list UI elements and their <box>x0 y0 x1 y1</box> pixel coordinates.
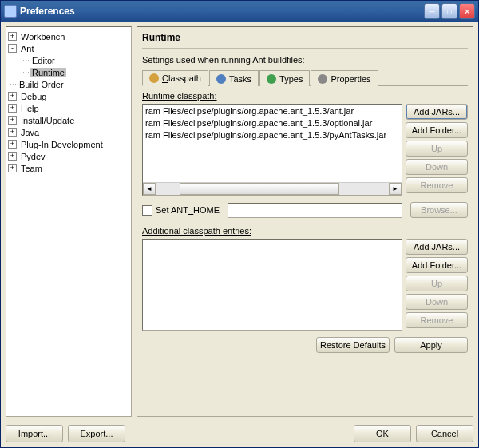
set-ant-home-checkbox[interactable] <box>142 205 152 216</box>
expand-icon[interactable]: + <box>8 128 17 137</box>
tab-label: Tasks <box>229 74 251 84</box>
tree-label: Install/Update <box>19 116 76 125</box>
titlebar[interactable]: Preferences ─ □ ✕ <box>1 1 478 22</box>
restore-defaults-button[interactable]: Restore Defaults <box>316 337 390 353</box>
tree-item-build-order[interactable]: ⋯Build Order <box>8 78 129 90</box>
app-icon <box>4 5 17 18</box>
expand-icon[interactable]: + <box>8 152 17 161</box>
tree-label: Help <box>19 104 41 113</box>
tree-item-help[interactable]: +Help <box>8 102 129 114</box>
tree-item-debug[interactable]: +Debug <box>8 90 129 102</box>
down-button-2[interactable]: Down <box>406 294 468 310</box>
tree-label: Workbench <box>19 32 66 42</box>
preferences-page: Runtime Settings used when running Ant b… <box>137 26 473 417</box>
expand-icon[interactable]: + <box>8 140 17 149</box>
scroll-right-button[interactable]: ► <box>389 183 402 195</box>
runtime-classpath-label: Runtime classpath: <box>142 91 468 101</box>
page-subtitle: Settings used when running Ant buildfile… <box>142 55 468 65</box>
cancel-button[interactable]: Cancel <box>416 425 473 442</box>
tree-label: Plug-In Development <box>19 140 105 149</box>
classpath-entry[interactable]: ram Files/eclipse/plugins/org.apache.ant… <box>144 129 401 141</box>
tab-types[interactable]: Types <box>259 70 310 86</box>
expand-icon[interactable]: + <box>8 164 17 172</box>
tab-tasks[interactable]: Tasks <box>209 70 259 86</box>
tree-label: Debug <box>19 92 48 101</box>
close-button[interactable]: ✕ <box>459 3 475 19</box>
scroll-left-button[interactable]: ◄ <box>143 183 156 195</box>
horizontal-scrollbar[interactable]: ◄ ► <box>143 182 402 195</box>
tree-branch-icon: ⋯ <box>8 81 18 89</box>
tree-item-pydev[interactable]: +Pydev <box>8 150 129 162</box>
tab-label: Types <box>279 74 303 84</box>
tree-label: Pydev <box>19 152 47 161</box>
tree-label: Editor <box>30 56 57 65</box>
export-button[interactable]: Export... <box>68 425 125 442</box>
additional-classpath-label: Additional classpath entries: <box>142 226 468 236</box>
scroll-thumb[interactable] <box>180 183 339 195</box>
tree-item-workbench[interactable]: +Workbench <box>8 30 129 42</box>
tree-item-team[interactable]: +Team <box>8 162 129 174</box>
classpath-entry[interactable]: ram Files/eclipse/plugins/org.apache.ant… <box>144 117 401 129</box>
tab-label: Properties <box>331 74 370 84</box>
tree-item-runtime[interactable]: ⋯Runtime <box>8 66 129 78</box>
types-icon <box>267 74 276 84</box>
apply-button[interactable]: Apply <box>394 337 468 353</box>
tasks-icon <box>216 74 226 84</box>
tree-label: Build Order <box>18 80 65 89</box>
import-button[interactable]: Import... <box>6 425 63 442</box>
additional-classpath-list[interactable] <box>142 239 402 331</box>
ant-home-input[interactable] <box>228 203 402 218</box>
remove-button[interactable]: Remove <box>406 177 468 193</box>
maximize-button[interactable]: □ <box>441 3 457 19</box>
tree-label: Team <box>19 164 44 173</box>
tree-item-ant[interactable]: -Ant <box>8 42 129 54</box>
expand-icon[interactable]: + <box>8 32 17 41</box>
tree-branch-icon: ⋯ <box>21 57 30 65</box>
tree-label: Runtime <box>30 68 66 77</box>
minimize-button[interactable]: ─ <box>424 3 440 19</box>
down-button[interactable]: Down <box>406 159 468 175</box>
add-folder-button-2[interactable]: Add Folder... <box>406 257 468 273</box>
set-ant-home-label: Set ANT_HOME <box>156 205 220 215</box>
add-jars-button-2[interactable]: Add JARs... <box>406 239 468 255</box>
tree-item-editor[interactable]: ⋯Editor <box>8 54 129 66</box>
classpath-entry[interactable]: ram Files/eclipse/plugins/org.apache.ant… <box>144 105 401 117</box>
remove-button-2[interactable]: Remove <box>406 312 468 328</box>
window-title: Preferences <box>20 6 424 17</box>
tree-item-plug-in-development[interactable]: +Plug-In Development <box>8 138 129 150</box>
up-button-2[interactable]: Up <box>406 276 468 291</box>
up-button[interactable]: Up <box>406 141 468 157</box>
page-title: Runtime <box>142 32 468 49</box>
tree-label: Java <box>19 128 41 137</box>
tree-item-install-update[interactable]: +Install/Update <box>8 114 129 126</box>
classpath-icon <box>149 73 159 83</box>
tree-item-java[interactable]: +Java <box>8 126 129 138</box>
tree-label: Ant <box>19 44 36 54</box>
tab-classpath[interactable]: Classpath <box>142 70 208 86</box>
expand-icon[interactable]: + <box>8 104 17 113</box>
properties-icon <box>318 74 327 84</box>
preferences-tree[interactable]: +Workbench-Ant⋯Editor⋯Runtime⋯Build Orde… <box>6 26 132 417</box>
browse-button[interactable]: Browse... <box>410 202 468 218</box>
ok-button[interactable]: OK <box>354 425 411 442</box>
expand-icon[interactable]: + <box>8 116 17 125</box>
expand-icon[interactable]: + <box>8 92 17 101</box>
collapse-icon[interactable]: - <box>8 44 17 53</box>
tab-bar: ClasspathTasksTypesProperties <box>142 69 468 86</box>
tree-branch-icon: ⋯ <box>21 69 30 77</box>
add-jars-button[interactable]: Add JARs... <box>406 104 468 120</box>
tab-label: Classpath <box>162 73 201 83</box>
tab-properties[interactable]: Properties <box>311 70 378 86</box>
add-folder-button[interactable]: Add Folder... <box>406 122 468 138</box>
runtime-classpath-list[interactable]: ram Files/eclipse/plugins/org.apache.ant… <box>142 104 402 196</box>
